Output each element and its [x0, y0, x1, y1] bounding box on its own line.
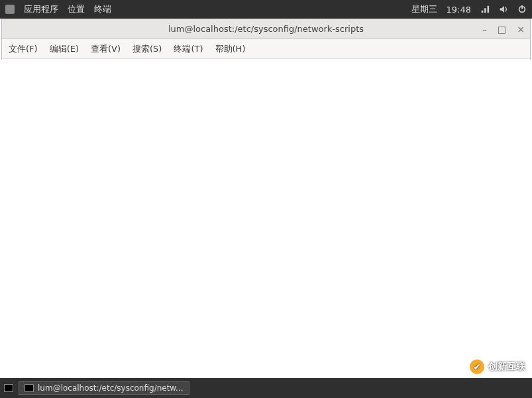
- volume-icon[interactable]: [499, 5, 508, 14]
- panel-date: 星期三: [411, 3, 437, 15]
- panel-left: 应用程序 位置 终端: [5, 3, 111, 15]
- menu-bar: 文件(F) 编辑(E) 查看(V) 搜索(S) 终端(T) 帮助(H): [2, 39, 530, 59]
- window-controls: – □ ×: [482, 24, 525, 34]
- top-panel: 应用程序 位置 终端 星期三 19:48: [0, 0, 532, 19]
- svg-marker-3: [500, 6, 504, 13]
- svg-rect-2: [488, 6, 490, 13]
- network-icon[interactable]: [480, 5, 490, 14]
- panel-time: 19:48: [447, 5, 471, 15]
- taskbar-item-terminal[interactable]: lum@localhost:/etc/sysconfig/netw...: [19, 381, 189, 395]
- power-icon[interactable]: [517, 5, 527, 14]
- taskbar-terminal-icon[interactable]: [4, 384, 13, 392]
- apps-menu[interactable]: 应用程序: [24, 3, 58, 15]
- watermark: ✔ 创新互联: [470, 360, 525, 374]
- terminal-menu[interactable]: 终端: [94, 3, 111, 15]
- menu-terminal[interactable]: 终端(T): [174, 43, 203, 55]
- svg-rect-1: [484, 8, 486, 13]
- bottom-taskbar: lum@localhost:/etc/sysconfig/netw...: [0, 378, 532, 398]
- terminal-window: lum@localhost:/etc/sysconfig/network-scr…: [1, 19, 531, 60]
- terminal-output[interactable]: ifdown-ib ifdown-Team ifup-ippp ifup-sit…: [2, 59, 530, 62]
- panel-right: 星期三 19:48: [411, 3, 527, 15]
- window-titlebar: lum@localhost:/etc/sysconfig/network-scr…: [2, 19, 530, 39]
- maximize-button[interactable]: □: [498, 24, 506, 34]
- watermark-icon: ✔: [470, 360, 484, 374]
- places-menu[interactable]: 位置: [68, 3, 85, 15]
- menu-search[interactable]: 搜索(S): [133, 43, 162, 55]
- close-button[interactable]: ×: [517, 24, 525, 34]
- task-terminal-icon: [25, 384, 34, 392]
- menu-help[interactable]: 帮助(H): [215, 43, 246, 55]
- window-title: lum@localhost:/etc/sysconfig/network-scr…: [168, 24, 364, 34]
- menu-file[interactable]: 文件(F): [9, 43, 38, 55]
- menu-view[interactable]: 查看(V): [91, 43, 121, 55]
- apps-launcher-icon[interactable]: [5, 5, 15, 14]
- minimize-button[interactable]: –: [482, 24, 487, 34]
- menu-edit[interactable]: 编辑(E): [50, 43, 79, 55]
- task-label: lum@localhost:/etc/sysconfig/netw...: [38, 383, 184, 393]
- watermark-text: 创新互联: [488, 361, 525, 373]
- svg-rect-0: [482, 11, 484, 13]
